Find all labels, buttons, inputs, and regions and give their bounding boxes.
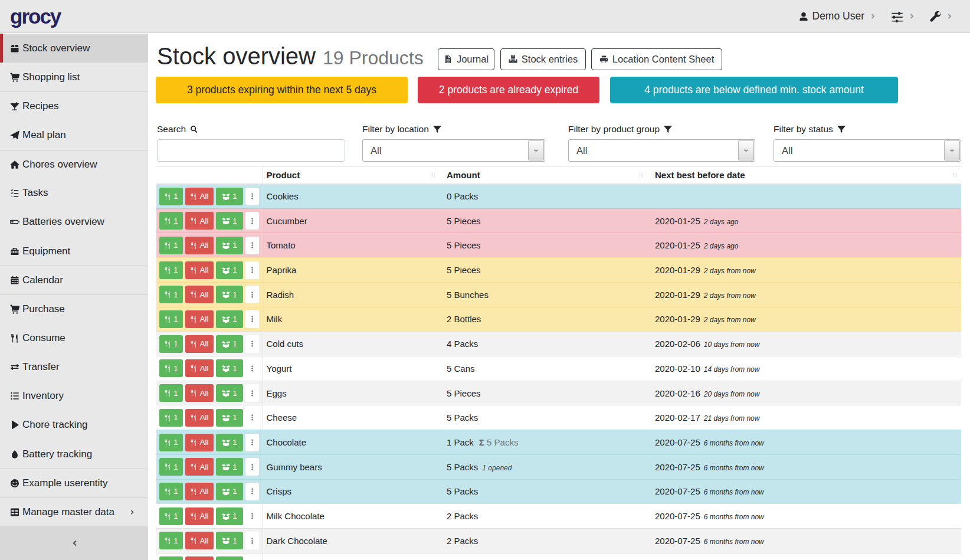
more-actions-button[interactable] [245,237,259,254]
alert-warning-button[interactable]: 3 products expiring within the next 5 da… [156,77,408,103]
admin-menu[interactable] [930,11,954,22]
consume-one-button[interactable]: 1 [159,556,183,560]
filter-by-status-select[interactable]: All [774,139,961,162]
open-one-button[interactable]: 1 [216,507,243,525]
consume-one-button[interactable]: 1 [159,409,183,427]
more-actions-button[interactable] [245,409,259,427]
sidebar-item-chores-overview[interactable]: Chores overview [0,150,148,179]
grocy-logo[interactable]: grocy [10,5,60,28]
consume-one-button[interactable]: 1 [159,286,183,303]
consume-one-button[interactable]: 1 [159,384,183,402]
open-one-button[interactable]: 1 [216,237,243,254]
open-one-button[interactable]: 1 [216,310,243,328]
consume-all-button[interactable]: All [185,310,214,328]
consume-one-button[interactable]: 1 [159,458,183,476]
open-one-button[interactable]: 1 [216,212,243,230]
consume-all-button[interactable]: All [185,237,214,254]
consume-all-button[interactable]: All [185,483,214,500]
consume-one-button[interactable]: 1 [159,212,183,230]
more-actions-button[interactable] [245,434,259,451]
sidebar-item-manage-master-data[interactable]: Manage master data [0,497,148,526]
sidebar-item-recipes[interactable]: Recipes [0,91,148,120]
sidebar-item-tasks[interactable]: Tasks [0,179,148,208]
more-actions-button[interactable] [245,483,259,500]
consume-all-button[interactable]: All [185,434,214,451]
open-one-button[interactable]: 1 [216,483,243,500]
consume-one-button[interactable]: 1 [159,507,183,525]
more-actions-button[interactable] [245,286,259,303]
open-one-button[interactable]: 1 [216,458,243,476]
sidebar-item-meal-plan[interactable]: Meal plan [0,120,148,149]
more-actions-button[interactable] [245,261,259,279]
open-one-button[interactable]: 1 [216,434,243,451]
consume-one-button[interactable]: 1 [159,261,183,279]
more-actions-button[interactable] [245,556,259,560]
consume-all-button[interactable]: All [185,212,214,230]
consume-one-button[interactable]: 1 [159,359,183,377]
journal-button[interactable]: Journal [438,48,494,70]
more-actions-button[interactable] [245,359,259,377]
location-content-sheet-button[interactable]: Location Content Sheet [591,48,722,70]
open-one-button[interactable]: 1 [216,359,243,377]
consume-one-button[interactable]: 1 [159,335,183,353]
filter-by-location-select[interactable]: All [362,139,545,162]
open-one-button[interactable]: 1 [216,335,243,353]
open-one-button[interactable]: 1 [216,556,243,560]
open-one-button[interactable]: 1 [216,286,243,303]
consume-one-button[interactable]: 1 [159,434,183,451]
column-header-product[interactable]: ↑↓Product [263,167,440,184]
sidebar-item-purchase[interactable]: Purchase [0,294,148,323]
sidebar-item-battery-tracking[interactable]: Battery tracking [0,440,148,469]
consume-all-button[interactable]: All [185,409,214,427]
stock-entries-button[interactable]: Stock entries [500,48,586,70]
sidebar-item-example-userentity[interactable]: Example userentity [0,469,148,497]
alert-info-button[interactable]: 4 products are below defined min. stock … [610,77,898,103]
file-icon [444,55,453,64]
consume-all-button[interactable]: All [185,261,214,279]
column-header-next-best-before-date[interactable]: ↑↓Next best before date [647,167,961,184]
settings-menu[interactable] [891,10,916,22]
sidebar-item-inventory[interactable]: Inventory [0,382,148,411]
consume-all-button[interactable]: All [185,188,214,205]
filter-by-product-group-select[interactable]: All [568,139,755,162]
open-one-button[interactable]: 1 [216,384,243,402]
more-actions-button[interactable] [245,458,259,476]
consume-one-button[interactable]: 1 [159,237,183,254]
sidebar-item-transfer[interactable]: Transfer [0,353,148,382]
consume-all-button[interactable]: All [185,507,214,525]
consume-one-button[interactable]: 1 [159,532,183,549]
sidebar-item-consume[interactable]: Consume [0,323,148,352]
alert-danger-button[interactable]: 2 products are already expired [418,77,599,103]
more-actions-button[interactable] [245,384,259,402]
sidebar-item-stock-overview[interactable]: Stock overview [0,34,148,63]
consume-all-button[interactable]: All [185,458,214,476]
more-actions-button[interactable] [245,532,259,549]
consume-one-button[interactable]: 1 [159,188,183,205]
user-menu[interactable]: Demo User [799,10,878,22]
consume-all-button[interactable]: All [185,359,214,377]
more-actions-button[interactable] [245,212,259,230]
open-one-button[interactable]: 1 [216,188,243,205]
consume-one-button[interactable]: 1 [159,310,183,328]
sidebar-item-chore-tracking[interactable]: Chore tracking [0,411,148,440]
consume-all-button[interactable]: All [185,286,214,303]
open-one-button[interactable]: 1 [216,532,243,549]
search-input[interactable] [157,139,345,162]
consume-all-button[interactable]: All [185,335,214,353]
consume-one-button[interactable]: 1 [159,483,183,500]
consume-all-button[interactable]: All [185,532,214,549]
sidebar-item-calendar[interactable]: Calendar [0,266,148,294]
sidebar-item-batteries-overview[interactable]: Batteries overview [0,208,148,237]
open-one-button[interactable]: 1 [216,409,243,427]
more-actions-button[interactable] [245,188,259,205]
more-actions-button[interactable] [245,310,259,328]
more-actions-button[interactable] [245,507,259,525]
consume-all-button[interactable]: All [185,556,214,560]
more-actions-button[interactable] [245,335,259,353]
sidebar-item-shopping-list[interactable]: Shopping list [0,63,148,91]
column-header-amount[interactable]: ↑↓Amount [440,167,647,184]
open-one-button[interactable]: 1 [216,261,243,279]
consume-all-button[interactable]: All [185,384,214,402]
collapse-sidebar-button[interactable] [0,526,148,560]
sidebar-item-equipment[interactable]: Equipment [0,237,148,266]
